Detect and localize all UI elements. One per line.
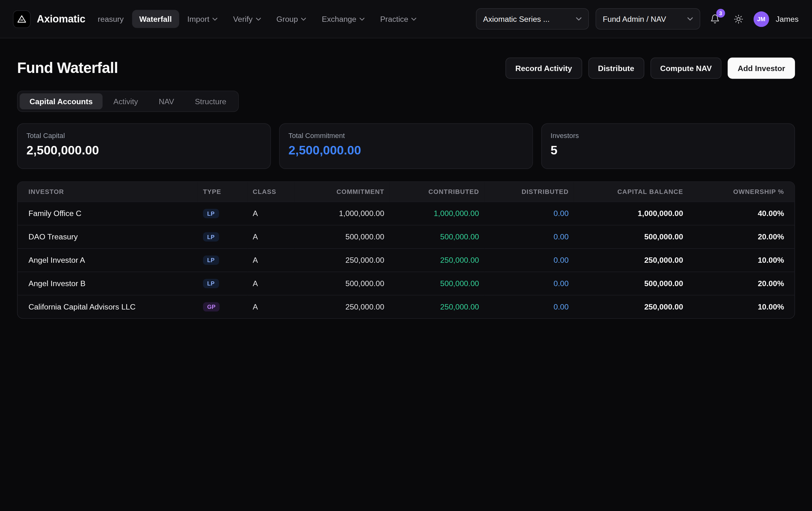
column-header-ownership: OWNERSHIP % [688,182,795,201]
nav-item-label: reasury [98,15,124,23]
chevron-down-icon [301,17,306,21]
investor-name-cell: Angel Investor A [18,248,198,272]
sun-icon [734,14,743,24]
tab-activity[interactable]: Activity [104,93,148,109]
nav-item-import[interactable]: Import [180,10,225,28]
contributed-cell: 1,000,000.00 [389,201,484,225]
class-cell: A [248,201,294,225]
chevron-down-icon [212,17,218,21]
ownership-cell: 10.00% [688,295,795,318]
nav-item-group[interactable]: Group [269,10,314,28]
investor-name-cell: Family Office C [18,201,198,225]
column-header-distributed: DISTRIBUTED [484,182,574,201]
nav-item-label: Waterfall [139,15,172,23]
type-badge: GP [203,302,220,312]
capital-balance-cell: 500,000.00 [574,225,688,248]
column-header-commitment: COMMITMENT [295,182,389,201]
tab-nav[interactable]: NAV [149,93,184,109]
tab-bar: Capital AccountsActivityNAVStructure [17,91,239,112]
column-header-contributed: CONTRIBUTED [389,182,484,201]
commitment-cell: 250,000.00 [295,248,389,272]
user-name: James [776,15,799,23]
page-title: Fund Waterfall [17,60,118,77]
investor-row[interactable]: DAO TreasuryLPA500,000.00500,000.000.005… [18,225,795,248]
brand-logo[interactable] [13,10,31,28]
theme-toggle[interactable] [730,10,747,28]
nav-item-reasury[interactable]: reasury [91,10,131,28]
table-header-row: INVESTORTYPECLASSCOMMITMENTCONTRIBUTEDDI… [18,182,795,201]
fund-select[interactable]: Axiomatic Series ... [476,8,589,29]
chevron-down-icon [359,17,365,21]
type-cell: LP [198,272,248,295]
column-header-type: TYPE [198,182,248,201]
distributed-cell: 0.00 [484,201,574,225]
nav-item-exchange[interactable]: Exchange [315,10,372,28]
class-cell: A [248,248,294,272]
class-cell: A [248,295,294,318]
stat-card-investors: Investors5 [541,124,795,169]
stat-card-total-capital: Total Capital2,500,000.00 [17,124,271,169]
chevron-down-icon [256,17,261,21]
notification-count-badge: 3 [716,8,725,17]
column-header-capital-balance: CAPITAL BALANCE [574,182,688,201]
compute-nav-button[interactable]: Compute NAV [650,57,722,79]
nav-item-practice[interactable]: Practice [373,10,424,28]
column-header-investor: INVESTOR [18,182,198,201]
main-nav: reasuryWaterfallImportVerifyGroupExchang… [91,10,424,28]
chevron-down-icon [687,17,693,21]
type-badge: LP [203,255,219,265]
contributed-cell: 500,000.00 [389,272,484,295]
notifications-button[interactable]: 3 [707,10,724,28]
record-activity-button[interactable]: Record Activity [505,57,582,79]
capital-accounts-table: INVESTORTYPECLASSCOMMITMENTCONTRIBUTEDDI… [17,181,795,319]
ownership-cell: 20.00% [688,225,795,248]
chevron-down-icon [411,17,416,21]
investor-row[interactable]: Angel Investor ALPA250,000.00250,000.000… [18,248,795,272]
chevron-down-icon [576,17,582,21]
add-investor-button[interactable]: Add Investor [728,57,795,79]
commitment-cell: 1,000,000.00 [295,201,389,225]
investor-name-cell: Angel Investor B [18,272,198,295]
nav-item-waterfall[interactable]: Waterfall [132,10,179,28]
type-badge: LP [203,232,219,242]
distribute-button[interactable]: Distribute [588,57,644,79]
stat-label: Total Commitment [288,132,524,140]
stat-card-total-commitment: Total Commitment2,500,000.00 [279,124,533,169]
stat-value: 2,500,000.00 [27,143,262,158]
fund-select-value: Axiomatic Series ... [483,15,550,23]
nav-item-label: Exchange [322,15,356,23]
tab-capital-accounts[interactable]: Capital Accounts [20,93,103,109]
investor-row[interactable]: California Capital Advisors LLCGPA250,00… [18,295,795,318]
stat-label: Total Capital [27,132,262,140]
stat-value: 2,500,000.00 [288,143,524,158]
triangle-logo-icon [17,14,27,24]
avatar[interactable]: JM [753,11,769,27]
ownership-cell: 20.00% [688,272,795,295]
commitment-cell: 250,000.00 [295,295,389,318]
type-badge: LP [203,279,219,288]
ownership-cell: 40.00% [688,201,795,225]
capital-balance-cell: 500,000.00 [574,272,688,295]
ownership-cell: 10.00% [688,248,795,272]
column-header-class: CLASS [248,182,294,201]
type-cell: GP [198,295,248,318]
contributed-cell: 500,000.00 [389,225,484,248]
distributed-cell: 0.00 [484,295,574,318]
distributed-cell: 0.00 [484,248,574,272]
nav-item-verify[interactable]: Verify [226,10,268,28]
type-cell: LP [198,248,248,272]
tab-structure[interactable]: Structure [185,93,236,109]
module-select[interactable]: Fund Admin / NAV [596,8,700,29]
type-cell: LP [198,225,248,248]
stat-value: 5 [550,143,785,158]
brand-name: Axiomatic [37,13,86,25]
investor-row[interactable]: Family Office CLPA1,000,000.001,000,000.… [18,201,795,225]
nav-item-label: Import [187,15,209,23]
nav-item-label: Practice [380,15,408,23]
class-cell: A [248,272,294,295]
class-cell: A [248,225,294,248]
stat-label: Investors [550,132,785,140]
investor-name-cell: DAO Treasury [18,225,198,248]
investor-row[interactable]: Angel Investor BLPA500,000.00500,000.000… [18,272,795,295]
type-badge: LP [203,209,219,218]
